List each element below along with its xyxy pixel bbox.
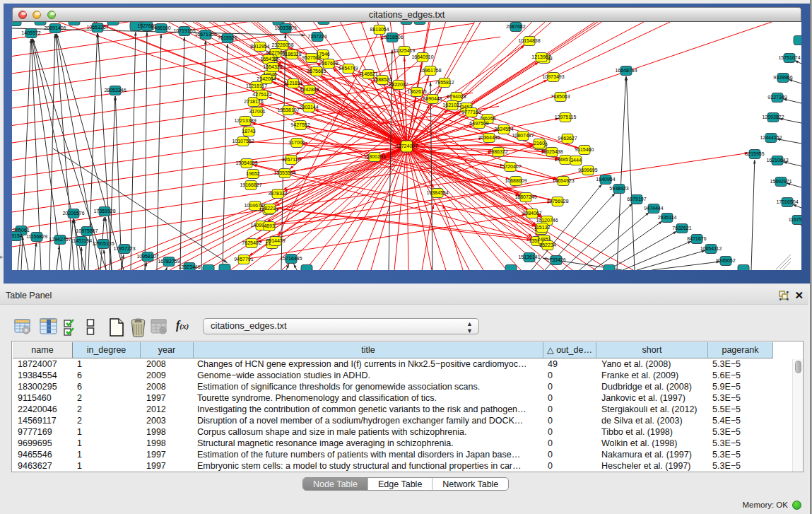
svg-text:19166827: 19166827 xyxy=(240,182,261,187)
svg-text:18807249: 18807249 xyxy=(514,194,536,199)
svg-text:18724007: 18724007 xyxy=(396,144,418,148)
svg-text:16640910: 16640910 xyxy=(411,54,433,59)
svg-text:1621022: 1621022 xyxy=(442,103,461,107)
svg-text:8454749: 8454749 xyxy=(339,66,358,71)
svg-text:9329966: 9329966 xyxy=(773,75,792,80)
svg-text:10807487: 10807487 xyxy=(512,133,534,138)
svg-text:15716485: 15716485 xyxy=(280,256,302,261)
svg-text:9463627: 9463627 xyxy=(558,136,577,141)
svg-text:10120746: 10120746 xyxy=(536,218,558,223)
svg-text:17016504: 17016504 xyxy=(776,199,798,204)
svg-text:2803144: 2803144 xyxy=(299,105,318,110)
svg-text:2367608: 2367608 xyxy=(319,61,338,66)
svg-text:252234: 252234 xyxy=(539,243,555,247)
svg-text:6497508: 6497508 xyxy=(469,121,488,126)
svg-text:19652: 19652 xyxy=(246,171,260,176)
svg-text:3878334: 3878334 xyxy=(268,191,287,196)
svg-text:9914479: 9914479 xyxy=(266,238,285,243)
svg-text:10688609: 10688609 xyxy=(505,178,526,183)
svg-text:9146821: 9146821 xyxy=(358,71,377,76)
svg-text:12213389: 12213389 xyxy=(234,118,256,123)
svg-text:9777169: 9777169 xyxy=(461,110,481,115)
svg-text:7632621: 7632621 xyxy=(672,226,691,230)
svg-text:8990448: 8990448 xyxy=(423,96,442,101)
svg-text:3624554: 3624554 xyxy=(494,127,513,132)
svg-text:8223: 8223 xyxy=(264,206,276,211)
svg-text:7515526: 7515526 xyxy=(218,35,237,40)
svg-text:19218506: 19218506 xyxy=(381,35,403,40)
svg-text:9242848: 9242848 xyxy=(300,87,319,92)
svg-text:16033809: 16033809 xyxy=(274,25,296,30)
svg-text:11325419: 11325419 xyxy=(394,48,416,53)
svg-text:1654338: 1654338 xyxy=(263,64,282,69)
svg-text:7986372: 7986372 xyxy=(488,149,507,154)
svg-text:9115460: 9115460 xyxy=(575,147,594,152)
svg-text:6794028: 6794028 xyxy=(447,94,466,99)
svg-text:8813054: 8813054 xyxy=(370,27,389,32)
svg-text:16210643: 16210643 xyxy=(766,158,788,163)
svg-text:20691406: 20691406 xyxy=(44,25,66,30)
svg-text:9527508: 9527508 xyxy=(302,55,321,60)
svg-text:6466160: 6466160 xyxy=(151,25,170,30)
svg-text:12975115: 12975115 xyxy=(555,115,577,119)
svg-text:1362615: 1362615 xyxy=(407,89,426,94)
svg-text:9474444: 9474444 xyxy=(644,206,663,211)
svg-text:9699695: 9699695 xyxy=(578,168,597,173)
svg-text:19756928: 19756928 xyxy=(546,199,568,204)
svg-text:9427552: 9427552 xyxy=(290,122,310,127)
svg-text:2342004: 2342004 xyxy=(257,76,276,81)
svg-text:13538107: 13538107 xyxy=(277,107,299,112)
svg-text:1405572: 1405572 xyxy=(21,30,40,35)
svg-text:10025438: 10025438 xyxy=(541,149,563,154)
svg-text:1640954: 1640954 xyxy=(596,177,615,182)
svg-text:2087682: 2087682 xyxy=(506,24,525,29)
svg-text:7485063: 7485063 xyxy=(551,94,570,99)
svg-text:7625402: 7625402 xyxy=(242,240,261,245)
svg-text:1213967: 1213967 xyxy=(531,54,551,59)
svg-text:11218117: 11218117 xyxy=(246,83,267,88)
svg-text:11156829: 11156829 xyxy=(26,234,47,239)
svg-text:4275122: 4275122 xyxy=(252,92,271,97)
svg-text:6879197: 6879197 xyxy=(627,197,646,201)
svg-text:16648784: 16648784 xyxy=(615,68,637,73)
svg-text:115132: 115132 xyxy=(534,225,551,230)
svg-text:9245052: 9245052 xyxy=(716,258,735,263)
svg-text:3675685: 3675685 xyxy=(307,69,326,74)
svg-text:12444152: 12444152 xyxy=(760,135,782,140)
svg-text:18743: 18743 xyxy=(242,129,256,134)
svg-text:17942757: 17942757 xyxy=(49,237,71,242)
svg-text:2935114: 2935114 xyxy=(658,215,677,220)
svg-text:8912954: 8912954 xyxy=(250,44,269,49)
svg-text:28053346: 28053346 xyxy=(104,88,126,93)
svg-text:5938923: 5938923 xyxy=(609,186,628,191)
svg-text:7357224: 7357224 xyxy=(307,34,326,39)
svg-text:20364436: 20364436 xyxy=(478,135,500,140)
svg-text:17957223: 17957223 xyxy=(113,246,135,251)
svg-text:15136141: 15136141 xyxy=(518,255,540,259)
svg-text:12505135: 12505135 xyxy=(92,241,114,246)
svg-text:8186328: 8186328 xyxy=(282,52,301,57)
svg-text:1121811: 1121811 xyxy=(284,81,302,86)
svg-text:4893: 4893 xyxy=(264,223,275,228)
svg-text:16782759: 16782759 xyxy=(158,259,180,264)
svg-text:317001: 317001 xyxy=(249,109,265,114)
svg-text:11451194: 11451194 xyxy=(71,238,92,243)
svg-text:317006: 317006 xyxy=(288,140,305,145)
svg-text:3444: 3444 xyxy=(570,158,582,163)
svg-text:15720407: 15720407 xyxy=(499,164,521,169)
svg-text:1167533: 1167533 xyxy=(789,217,801,222)
svg-text:10973493: 10973493 xyxy=(542,74,564,79)
svg-text:15300293: 15300293 xyxy=(363,154,385,159)
svg-text:39154: 39154 xyxy=(12,233,23,238)
svg-text:1588520: 1588520 xyxy=(372,77,392,82)
svg-text:23226058: 23226058 xyxy=(271,42,293,47)
svg-text:10107552: 10107552 xyxy=(232,139,254,144)
svg-text:9084067: 9084067 xyxy=(522,211,541,216)
svg-text:1733426: 1733426 xyxy=(546,257,565,262)
svg-text:8215955: 8215955 xyxy=(745,151,764,156)
svg-text:10975867: 10975867 xyxy=(76,228,98,233)
svg-text:17359928: 17359928 xyxy=(93,209,115,214)
svg-text:13353594: 13353594 xyxy=(273,170,295,175)
svg-text:12923446: 12923446 xyxy=(178,264,200,269)
svg-text:165433: 165433 xyxy=(260,57,276,62)
